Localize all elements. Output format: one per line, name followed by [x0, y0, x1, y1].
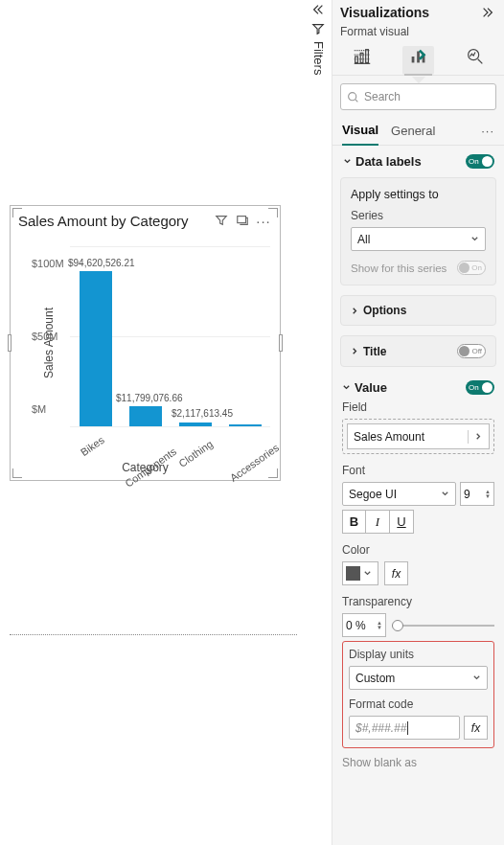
show-for-series-label: Show for this series: [351, 263, 447, 274]
chevron-down-icon: [470, 235, 479, 243]
toggle-show-for-series: On: [457, 261, 486, 275]
panel-subtitle: Format visual: [332, 21, 504, 44]
section-data-labels[interactable]: Data labels: [355, 154, 422, 169]
chevron-down-icon[interactable]: [342, 157, 352, 167]
y-axis-title: Sales Amount: [42, 308, 56, 378]
filters-pane-label[interactable]: Filters: [311, 41, 326, 75]
value-section-label[interactable]: Value: [355, 380, 387, 395]
bar-components[interactable]: [129, 406, 162, 426]
focus-mode-icon[interactable]: [234, 212, 251, 229]
data-label: $94,620,526.21: [68, 258, 135, 268]
filter-icon[interactable]: [213, 212, 230, 229]
bar-accessories[interactable]: [229, 424, 262, 426]
analytics-tab[interactable]: [459, 46, 491, 75]
transparency-label: Transparency: [342, 595, 494, 608]
toggle-title[interactable]: Off: [457, 344, 486, 358]
format-visual-tab[interactable]: [402, 46, 434, 75]
svg-point-13: [349, 92, 356, 100]
search-icon: [347, 91, 359, 103]
search-input[interactable]: Search: [340, 83, 496, 110]
font-size-input[interactable]: 9 ▲▼: [460, 482, 494, 506]
transparency-slider[interactable]: [392, 625, 494, 627]
chevron-right-icon: [351, 347, 359, 355]
italic-button[interactable]: I: [366, 510, 390, 534]
tab-visual[interactable]: Visual: [342, 116, 378, 146]
svg-rect-9: [417, 52, 420, 63]
title-section[interactable]: Title Off: [340, 335, 496, 367]
font-label: Font: [342, 464, 494, 477]
y-tick: $M: [32, 403, 46, 415]
svg-rect-8: [411, 57, 414, 62]
tab-more-icon[interactable]: ···: [481, 124, 494, 138]
tab-general[interactable]: General: [391, 117, 435, 145]
resize-corner-tr[interactable]: [268, 208, 278, 217]
chart-title: Sales Amount by Category: [18, 213, 209, 229]
filters-icon[interactable]: [309, 22, 327, 35]
resize-handle-right[interactable]: [279, 334, 283, 352]
resize-corner-tl[interactable]: [12, 208, 22, 217]
chart-visual-tile[interactable]: Sales Amount by Category ··· Sales Amoun…: [10, 205, 281, 481]
resize-handle-left[interactable]: [8, 334, 11, 352]
format-code-fx-button[interactable]: fx: [464, 716, 488, 740]
display-units-select[interactable]: Custom: [349, 666, 488, 690]
chevron-right-icon: [351, 307, 359, 315]
toggle-value[interactable]: On: [466, 380, 494, 395]
search-placeholder: Search: [364, 90, 401, 103]
collapse-panes-icon[interactable]: [309, 3, 327, 16]
chevron-down-icon: [472, 674, 481, 682]
bar-bikes[interactable]: [80, 271, 112, 426]
x-axis-title: Category: [11, 461, 280, 474]
y-tick: $100M: [32, 258, 64, 269]
svg-rect-0: [238, 217, 246, 223]
highlight-display-units: Display units Custom Format code $#,###.…: [342, 641, 494, 748]
apply-settings-title: Apply settings to: [351, 188, 486, 201]
apply-settings-card: Apply settings to Series All Show for th…: [340, 177, 496, 285]
expand-panel-icon[interactable]: [479, 4, 496, 21]
y-tick: $50M: [32, 331, 58, 342]
transparency-input[interactable]: 0 % ▲▼: [342, 613, 386, 637]
visualizations-panel: Visualizations Format visual Search Visu…: [332, 0, 504, 845]
field-value: Sales Amount: [354, 430, 424, 444]
chart-plot-area: $94,620,526.21 $11,799,076.66 $2,117,613…: [70, 246, 270, 426]
format-code-label: Format code: [349, 697, 488, 711]
field-chevron-icon[interactable]: [468, 430, 483, 444]
bar-clothing[interactable]: [179, 422, 212, 426]
toggle-data-labels[interactable]: On: [466, 154, 494, 169]
font-family-select[interactable]: Segoe UI: [342, 482, 456, 506]
page-guide-line: [10, 634, 297, 635]
svg-line-12: [477, 59, 482, 64]
chevron-down-icon: [363, 569, 372, 578]
format-code-input[interactable]: $#,###.##: [349, 716, 460, 740]
x-category: Bikes: [79, 434, 106, 458]
show-blank-as-label: Show blank as: [342, 756, 494, 769]
underline-button[interactable]: U: [390, 510, 414, 534]
chevron-down-icon[interactable]: [342, 383, 351, 392]
series-label: Series: [351, 209, 486, 222]
data-label: $11,799,076.66: [116, 393, 183, 403]
svg-rect-3: [365, 50, 368, 63]
display-units-label: Display units: [349, 648, 488, 661]
build-visual-tab[interactable]: [346, 46, 378, 75]
series-select[interactable]: All: [351, 227, 486, 251]
options-section[interactable]: Options: [340, 295, 496, 326]
panel-title: Visualizations: [340, 5, 429, 20]
chevron-down-icon: [441, 490, 449, 498]
field-well[interactable]: Sales Amount: [342, 419, 494, 454]
bold-button[interactable]: B: [342, 510, 366, 534]
field-label: Field: [342, 400, 494, 414]
fx-button[interactable]: fx: [384, 561, 408, 585]
data-label: $2,117,613.45: [172, 408, 233, 419]
color-label: Color: [342, 543, 494, 557]
color-picker[interactable]: [342, 561, 378, 585]
svg-line-14: [355, 99, 357, 101]
